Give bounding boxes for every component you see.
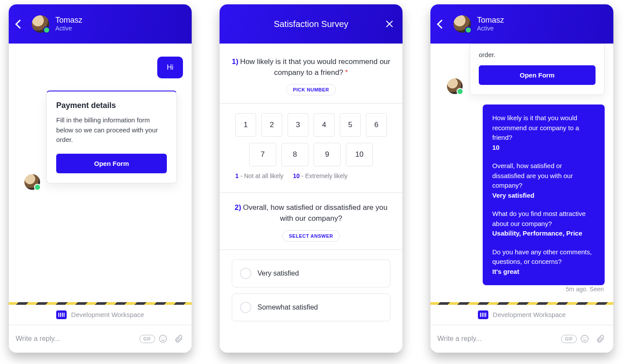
svg-point-3: [581, 335, 589, 343]
user-identity: Tomasz Active: [55, 16, 82, 32]
user-name: Tomasz: [55, 16, 82, 25]
qa-pair: Overall, how satisfied or dissatisfied a…: [492, 161, 595, 200]
separator: [220, 192, 403, 193]
select-answer-pill: SELECT ANSWER: [282, 230, 339, 242]
svg-point-4: [583, 338, 584, 339]
answer-option[interactable]: Very satisfied: [232, 260, 390, 287]
qa-answer: It's great: [492, 267, 595, 277]
open-form-button[interactable]: Open Form: [479, 65, 596, 85]
chat-screen-answers: Tomasz Active order. Open Form How likel…: [430, 4, 613, 353]
presence-dot-icon: [465, 27, 472, 34]
gif-icon[interactable]: GIF: [563, 333, 575, 345]
survey-answers-bubble: How likely is it that you would recommen…: [483, 104, 605, 285]
qa-answer: Very satisfied: [492, 191, 595, 201]
reply-bar[interactable]: Write a reply... GIF: [9, 325, 192, 353]
user-name: Tomasz: [477, 16, 504, 25]
rating-option[interactable]: 7: [249, 143, 276, 166]
attachment-icon[interactable]: [594, 333, 606, 345]
chat-footer: Development Workspace Write a reply... G…: [430, 305, 613, 353]
radio-icon: [240, 302, 251, 313]
rating-option[interactable]: 5: [340, 113, 361, 137]
card-body: Fill in the billing information form bel…: [56, 115, 167, 145]
back-icon[interactable]: [437, 19, 446, 28]
partial-card: order. Open Form: [470, 44, 605, 95]
emoji-icon[interactable]: [157, 333, 169, 345]
reply-placeholder: Write a reply...: [437, 335, 559, 343]
card-trailing-text: order.: [479, 51, 596, 58]
rating-option[interactable]: 6: [366, 113, 387, 137]
survey-body: 1)How likely is it that you would recomm…: [220, 44, 403, 353]
avatar[interactable]: [453, 15, 471, 33]
number-grid-row2: 7 8 9 10: [249, 143, 373, 166]
user-presence: Active: [55, 25, 82, 32]
chat-footer: Development Workspace Write a reply... G…: [9, 305, 192, 353]
question-number: 2): [235, 203, 241, 212]
survey-title: Satisfaction Survey: [274, 19, 348, 29]
survey-screen: Satisfaction Survey 1)How likely is it t…: [220, 4, 403, 353]
qa-pair: Do you have any other comments, question…: [492, 247, 595, 277]
svg-point-0: [159, 335, 167, 343]
reply-bar[interactable]: Write a reply... GIF: [430, 325, 613, 353]
workspace-icon: [478, 310, 488, 319]
qa-question: How likely is it that you would recommen…: [492, 113, 595, 143]
answer-option[interactable]: Somewhat satisfied: [232, 293, 390, 321]
emoji-icon[interactable]: [579, 333, 591, 345]
back-icon[interactable]: [15, 19, 24, 28]
message-avatar: [447, 78, 463, 94]
presence-dot-icon: [34, 184, 41, 191]
chat-screen-payment: Tomasz Active Hi Payment details Fill in…: [9, 4, 192, 353]
gif-icon[interactable]: GIF: [141, 333, 153, 345]
workspace-label: Development Workspace: [493, 311, 565, 318]
answer-label: Somewhat satisfied: [257, 303, 318, 311]
rating-option[interactable]: 1: [235, 113, 256, 137]
number-grid-row1: 1 2 3 4 5 6: [235, 113, 387, 137]
message-avatar: [24, 174, 40, 190]
qa-pair: What do you find most attractive about o…: [492, 209, 595, 239]
svg-point-2: [164, 338, 165, 339]
rating-option[interactable]: 4: [314, 113, 335, 137]
qa-pair: How likely is it that you would recommen…: [492, 113, 595, 152]
answer-label: Very satisfied: [257, 270, 299, 277]
workspace-label: Development Workspace: [71, 311, 144, 318]
rating-option[interactable]: 2: [261, 113, 282, 137]
survey-header: Satisfaction Survey: [220, 4, 403, 44]
required-marker: *: [345, 68, 348, 77]
message-timestamp: 5m ago. Seen: [566, 286, 604, 293]
rating-option[interactable]: 8: [281, 143, 308, 166]
chat-header: Tomasz Active: [9, 4, 192, 44]
separator: [220, 103, 403, 104]
presence-dot-icon: [457, 88, 464, 95]
open-form-button[interactable]: Open Form: [56, 154, 167, 173]
workspace-row: Development Workspace: [9, 305, 192, 325]
question-1-text: 1)How likely is it that you would recomm…: [232, 57, 390, 78]
card-title: Payment details: [56, 101, 167, 110]
close-icon[interactable]: [385, 20, 394, 28]
question-2-text: 2)Overall, how satisfied or dissatisfied…: [232, 202, 390, 224]
user-identity: Tomasz Active: [477, 16, 504, 32]
qa-question: Do you have any other comments, question…: [492, 247, 595, 267]
qa-question: Overall, how satisfied or dissatisfied a…: [492, 161, 595, 191]
rating-legend: 1 - Not at all likely 10 - Extremely lik…: [235, 172, 387, 179]
svg-point-5: [585, 338, 586, 339]
user-presence: Active: [477, 25, 504, 32]
qa-answer: 10: [492, 143, 595, 153]
workspace-icon: [56, 310, 67, 319]
workspace-row: Development Workspace: [430, 305, 613, 325]
reply-placeholder: Write a reply...: [16, 335, 138, 343]
rating-option[interactable]: 9: [314, 143, 341, 166]
outgoing-message: Hi: [157, 57, 183, 78]
attachment-icon[interactable]: [173, 333, 185, 345]
payment-card: Payment details Fill in the billing info…: [46, 91, 177, 183]
rating-option[interactable]: 10: [346, 143, 373, 166]
question-number: 1): [232, 57, 238, 66]
radio-icon: [240, 268, 251, 279]
chat-header: Tomasz Active: [430, 4, 613, 44]
qa-answer: Usability, Performance, Price: [492, 229, 595, 239]
chat-body: order. Open Form How likely is it that y…: [430, 44, 613, 353]
rating-option[interactable]: 3: [288, 113, 308, 137]
presence-dot-icon: [43, 27, 50, 34]
qa-question: What do you find most attractive about o…: [492, 209, 595, 229]
pick-number-pill: PICK NUMBER: [286, 84, 335, 95]
avatar[interactable]: [32, 15, 49, 33]
separator: [220, 249, 403, 250]
